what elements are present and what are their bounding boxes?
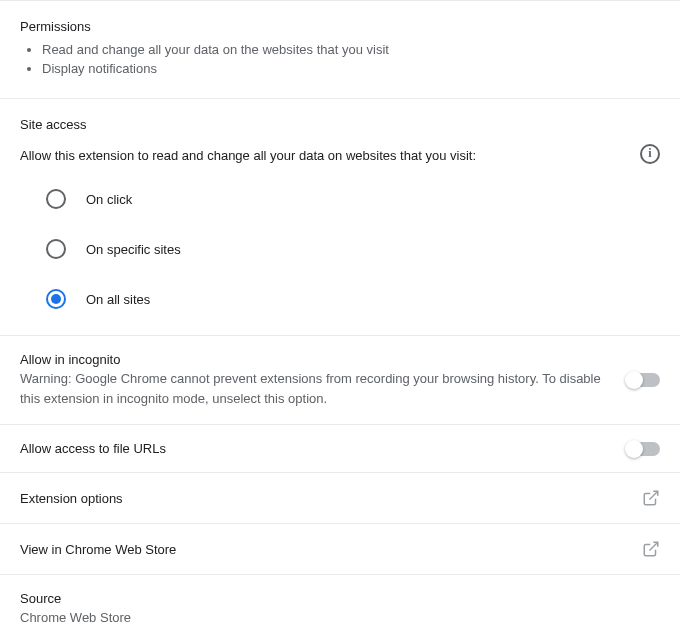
site-access-title: Site access xyxy=(20,117,660,132)
site-access-description: Allow this extension to read and change … xyxy=(20,148,476,163)
extension-options-title: Extension options xyxy=(20,491,622,506)
extension-options-text: Extension options xyxy=(20,491,642,506)
source-section: Source Chrome Web Store xyxy=(0,574,680,636)
permission-item: Display notifications xyxy=(42,61,660,76)
allow-file-urls-toggle[interactable] xyxy=(626,442,660,456)
radio-dot xyxy=(51,294,61,304)
site-access-header: Allow this extension to read and change … xyxy=(20,140,660,167)
extension-options-row[interactable]: Extension options xyxy=(0,472,680,523)
toggle-knob xyxy=(625,371,643,389)
radio-label: On all sites xyxy=(86,292,150,307)
permission-item: Read and change all your data on the web… xyxy=(42,42,660,57)
site-access-section: Site access Allow this extension to read… xyxy=(0,98,680,335)
source-value: Chrome Web Store xyxy=(20,608,660,628)
view-store-text: View in Chrome Web Store xyxy=(20,542,642,557)
radio-label: On click xyxy=(86,192,132,207)
allow-file-urls-text: Allow access to file URLs xyxy=(20,441,626,456)
radio-on-specific-sites[interactable]: On specific sites xyxy=(46,239,660,259)
svg-line-0 xyxy=(650,491,658,499)
allow-incognito-toggle[interactable] xyxy=(626,373,660,387)
allow-incognito-text: Allow in incognito Warning: Google Chrom… xyxy=(20,352,626,408)
allow-incognito-subtitle: Warning: Google Chrome cannot prevent ex… xyxy=(20,369,606,408)
permissions-section: Permissions Read and change all your dat… xyxy=(0,0,680,98)
radio-on-all-sites[interactable]: On all sites xyxy=(46,289,660,309)
radio-on-click[interactable]: On click xyxy=(46,189,660,209)
view-store-title: View in Chrome Web Store xyxy=(20,542,622,557)
open-external-icon xyxy=(642,540,660,558)
permissions-list: Read and change all your data on the web… xyxy=(20,42,660,76)
allow-incognito-title: Allow in incognito xyxy=(20,352,606,367)
radio-label: On specific sites xyxy=(86,242,181,257)
svg-line-1 xyxy=(650,542,658,550)
allow-file-urls-title: Allow access to file URLs xyxy=(20,441,606,456)
open-external-icon xyxy=(642,489,660,507)
allow-incognito-row: Allow in incognito Warning: Google Chrom… xyxy=(0,335,680,424)
radio-icon xyxy=(46,239,66,259)
source-title: Source xyxy=(20,591,660,606)
allow-file-urls-row: Allow access to file URLs xyxy=(0,424,680,472)
site-access-radio-group: On click On specific sites On all sites xyxy=(20,189,660,309)
radio-icon-selected xyxy=(46,289,66,309)
radio-icon xyxy=(46,189,66,209)
toggle-knob xyxy=(625,440,643,458)
view-store-row[interactable]: View in Chrome Web Store xyxy=(0,523,680,574)
permissions-title: Permissions xyxy=(20,19,660,34)
info-icon[interactable]: i xyxy=(640,144,660,164)
